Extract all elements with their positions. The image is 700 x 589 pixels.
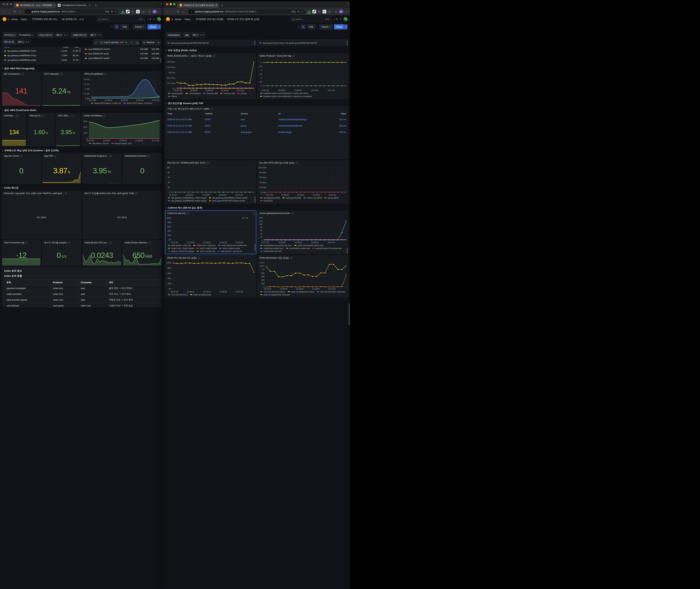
add-button[interactable]: ＋ ▾ [147, 18, 151, 21]
panel-title[interactable]: App P99 [44, 155, 53, 157]
legend-item[interactable]: seat / match-exists [220, 247, 240, 249]
info-icon[interactable]: i [21, 73, 24, 75]
panel-title[interactable]: 5xx 에러 RPS (503 업스트림 실패) [260, 161, 294, 165]
extensions-puzzle-icon[interactable]: ❑ [141, 10, 145, 13]
scrollbar-thumb[interactable] [160, 58, 161, 62]
close-window-icon[interactable] [3, 3, 5, 5]
section-caffeine[interactable]: ▾Caffeine 캐시 (DB hit 감소 효과) [165, 205, 348, 211]
info-icon[interactable]: i [291, 212, 293, 214]
stats-extension-icon[interactable] [323, 10, 326, 13]
panel-title[interactable]: Kafka Producer / Consumer lag [260, 54, 291, 57]
legend-item[interactable]: Read IOPS Mean: 0.439 io/s [91, 102, 121, 104]
price-extension-icon[interactable]: 1.00 [307, 10, 311, 13]
site-info-icon[interactable]: ⊜ [26, 10, 30, 13]
panel-title[interactable]: IOPS (Read/Write) [84, 73, 103, 75]
cache-hit-rate-chart[interactable]: 100%80%60%40%20%0%22:37:0022:38:0022:39:… [165, 216, 256, 243]
table-row[interactable]: api-gateway-5dd4f9fb4b-vrn8w5.01%47.4% [3, 58, 80, 62]
redis-hit-rate-chart[interactable]: 100%80%60%40%20%0%22:37:0022:38:0022:39:… [165, 260, 256, 293]
home-icon[interactable]: ⌂ [18, 10, 22, 13]
traffic-lights[interactable] [1, 1, 14, 8]
price-extension-icon[interactable]: 1.00 [121, 10, 125, 13]
legend-item[interactable]: Hits Mean: 50.6 K [89, 142, 109, 145]
cache-hits-chart[interactable]: 60 K40 K20 K022:37:0022:38:0022:39:0022:… [82, 118, 161, 142]
legend-item[interactable]: order-core / match-detail [168, 247, 194, 249]
panel-menu-icon[interactable] [254, 212, 254, 214]
legend-item[interactable]: auth-guard [auth-guard-ff7bb7497-twk76] [167, 42, 208, 44]
filter-app[interactable]: appAll✕✕▾ [183, 32, 206, 38]
iops-chart[interactable]: 10 io/s7.5 io/s5 io/s2.5 io/s0 io/s22:37… [83, 76, 161, 102]
panel-title[interactable]: Connecti... [4, 115, 15, 117]
filter-namespace[interactable]: namespace [166, 32, 181, 38]
export-button[interactable]: Export▾ [319, 24, 332, 29]
favorite-star-icon[interactable]: ☆ [297, 25, 300, 28]
home-icon[interactable]: ⌂ [182, 10, 185, 13]
info-icon[interactable]: i [54, 155, 56, 157]
legend-item[interactable]: auth-guard / user-by-id [218, 250, 242, 252]
legend-item[interactable]: loadtest-order-core-notification / payme… [260, 95, 346, 97]
legend-item[interactable]: 10.0.48.194:9121 hits/s [260, 291, 285, 293]
breadcrumb-folder[interactable]: STAGING 부하 테스트(... [32, 18, 58, 21]
pod-cpu-table[interactable]: NameMeanMaxapi-gateway-5dd4f9fb4b-7v99z5… [2, 47, 81, 64]
grafana-avatar[interactable] [343, 17, 347, 21]
legend-item[interactable]: clients [168, 95, 177, 97]
section-dependencies[interactable]: ▾외부 의존성 (Redis, Kafka) [165, 47, 348, 53]
nav-chevron-icon[interactable]: ▾ [172, 18, 173, 21]
panel-title[interactable]: 메시지 인입율 (order-core: Pub, auth-guard: Pu… [85, 192, 134, 195]
legend-item[interactable]: redis-ai-elasticache hits/s [288, 291, 314, 293]
traffic-lights[interactable] [165, 1, 177, 8]
search-input[interactable]: Search...⌘+k [290, 16, 331, 22]
scrollbar-thumb[interactable] [346, 41, 347, 45]
cache-size-chart[interactable]: 14012010080604020022:37:0022:38:0022:39:… [258, 216, 348, 243]
filter-테스트 ID[interactable]: 테스트 IDAll✕✕▾ [3, 39, 31, 45]
back-icon[interactable]: ← [166, 10, 169, 13]
legend-item[interactable]: auth-guard-ff7bb7497-8z5gs restart [209, 200, 245, 202]
legend-item[interactable]: auth-guard / auth-me [168, 244, 191, 246]
legend-item[interactable]: seat/match-exists size [286, 247, 310, 249]
edit-button[interactable]: Edit [307, 24, 315, 29]
redis-ops-chart[interactable]: 1.39 hours1.11 hours50 mins33.3 mins16.7… [165, 58, 256, 91]
forward-icon[interactable]: → [8, 10, 11, 13]
panel-title[interactable]: Pod 재시작 / OOMKill (503 원인 힌트) [167, 161, 205, 165]
back-icon[interactable]: ← [2, 10, 5, 13]
table-row[interactable]: seat-59898cbf7f-v6qb6614 MiB625 MiB [84, 56, 160, 60]
info-icon[interactable]: i [187, 212, 189, 214]
info-icon[interactable]: i [148, 155, 150, 157]
tab-search-icon[interactable]: ▾ [161, 3, 162, 5]
legend-item[interactable]: memory MB [220, 92, 235, 94]
legend-item[interactable]: seat / match-detail [196, 247, 217, 249]
info-icon[interactable]: i [65, 192, 67, 195]
breadcrumb-home[interactable]: Home [175, 18, 181, 21]
legend-item[interactable]: commands/s [168, 92, 183, 94]
extensions-puzzle-icon[interactable]: ❑ [328, 10, 331, 13]
info-icon[interactable]: i [148, 241, 150, 244]
panel-title[interactable]: Kafka Broker CPU (co... [85, 241, 109, 244]
pod-mem-table[interactable]: seat-59898cbf7f-mw74j625 MiB631 MiBseat-… [83, 47, 162, 64]
table-row[interactable]: 2026-04-15 22:41:57.688POSTseat/matches/… [165, 116, 348, 123]
panel-title[interactable]: Total Consumer Lag [4, 241, 24, 244]
panel-title[interactable]: Cache Hits/Misses [84, 115, 102, 117]
browser-profile-avatar[interactable]: 슬기 [339, 10, 343, 14]
info-icon[interactable]: i [213, 55, 215, 57]
reload-icon[interactable]: ↻ [13, 10, 16, 13]
reload-icon[interactable]: ↻ [176, 10, 180, 13]
slowest-table[interactable]: TimemethodserviceuriValue2026-04-15 22:4… [165, 111, 348, 135]
legend-item[interactable]: seat/match-detail size [260, 247, 284, 249]
legend-item[interactable]: clients [237, 92, 247, 94]
share-dropdown-icon[interactable]: ▾ [344, 24, 347, 29]
legend-item[interactable]: api-gateway-5dd4f9fb4b-7v99z restart [168, 197, 206, 199]
legend-item[interactable]: seat [503] [260, 200, 273, 202]
k-extension-icon[interactable]: K) [317, 10, 321, 13]
panel-title[interactable]: CPU Utiliz... [58, 115, 70, 117]
panel-title[interactable]: Consumer Lag (seat: Con, order-core: Pub… [4, 192, 64, 195]
table-row[interactable]: seat-59898cbf7f-qnz4l635 MiB644 MiB [84, 51, 160, 56]
info-icon[interactable]: i [110, 155, 112, 157]
table-row[interactable]: api-gateway-5dd4f9fb4b-97wqr7.29%89.1% [3, 53, 80, 58]
shared-dashboard-icon[interactable]: ⇄ [301, 25, 305, 29]
panel-title[interactable]: Redis hits/misses 초당 (공용) [260, 256, 289, 259]
browser-menu-icon[interactable]: ⋮ [344, 10, 348, 13]
info-icon[interactable]: i [104, 115, 106, 117]
scrollbar-thumb[interactable] [80, 48, 81, 52]
redis-hits-misses-chart[interactable]: 1.40 K1.20 K1 K800600400200022:37:0022:3… [258, 260, 348, 290]
breadcrumb-dashboards[interactable]: Dash... [21, 18, 29, 21]
shared-dashboard-icon[interactable]: ⇄ [115, 25, 119, 29]
